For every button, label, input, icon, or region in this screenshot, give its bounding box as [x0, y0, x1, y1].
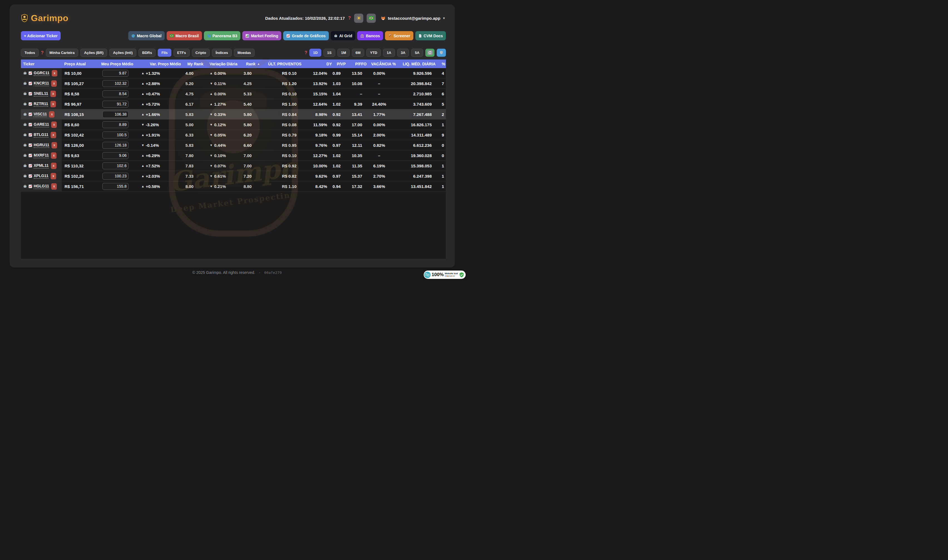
chart-icon[interactable] — [28, 174, 32, 178]
tab-etfs[interactable]: ETFs — [174, 49, 190, 57]
remove-ticker-button[interactable]: x — [51, 142, 57, 148]
period-1s[interactable]: 1S — [323, 49, 335, 57]
ticker-link[interactable]: HGRU11 — [34, 143, 49, 148]
ticker-link[interactable]: RZTR11 — [34, 102, 48, 107]
toolbar-button-macro-global[interactable]: Macro Global — [128, 31, 165, 40]
shield-button[interactable] — [437, 49, 446, 57]
column-header--lt-proventos[interactable]: ÚLT. PROVENTOS — [266, 60, 304, 68]
robot-icon[interactable] — [23, 123, 27, 126]
column-header-my-rank[interactable]: My Rank — [183, 60, 207, 68]
account-menu[interactable]: testaccount@garimpo.app ▼ — [381, 16, 445, 21]
tab-fiis[interactable]: FIIs — [158, 49, 171, 57]
column-header-%-e[interactable]: % E — [439, 60, 446, 68]
column-header-pre-o-atual[interactable]: Preço Atual — [62, 60, 94, 68]
avg-price-input[interactable] — [102, 173, 129, 180]
column-header-rank[interactable]: Rank▲ — [240, 60, 266, 68]
refresh-button[interactable] — [425, 49, 434, 57]
ticker-link[interactable]: XPLG11 — [34, 174, 48, 179]
robot-icon[interactable] — [23, 102, 27, 106]
tab-cripto[interactable]: Cripto — [192, 49, 210, 57]
toolbar-button-market-feeling[interactable]: Market Feeling — [242, 31, 281, 40]
remove-ticker-button[interactable]: x — [51, 122, 57, 128]
column-header-var-pre-o-m-dio[interactable]: Var. Preço Médio — [143, 60, 183, 68]
tab--ndices[interactable]: Índices — [212, 49, 232, 57]
avg-price-input[interactable] — [102, 101, 129, 108]
ticker-link[interactable]: XPML11 — [34, 163, 49, 169]
toolbar-button-ai-grid[interactable]: AI Grid — [331, 31, 356, 40]
chart-icon[interactable] — [28, 92, 32, 95]
toolbar-button-screener[interactable]: Screener — [385, 31, 413, 40]
robot-icon[interactable] — [23, 174, 27, 178]
tab-a-es-br-[interactable]: Ações (BR) — [80, 49, 107, 57]
robot-icon[interactable] — [23, 112, 27, 116]
period-1d[interactable]: 1D — [309, 49, 321, 57]
chart-icon[interactable] — [28, 185, 32, 188]
column-header-p-ffo[interactable]: P/FFO — [349, 60, 367, 68]
robot-icon[interactable] — [23, 164, 27, 168]
remove-ticker-button[interactable]: x — [50, 101, 56, 107]
period-1a[interactable]: 1A — [383, 49, 395, 57]
avg-price-input[interactable] — [102, 162, 129, 169]
ticker-link[interactable]: GARE11 — [34, 122, 49, 127]
period-3a[interactable]: 3A — [397, 49, 409, 57]
tabs-help-icon[interactable]: ? — [41, 50, 44, 55]
avg-price-input[interactable] — [102, 80, 129, 87]
toolbar-button-panorama-b3[interactable]: Panorama B3 — [204, 31, 240, 40]
robot-icon[interactable] — [23, 71, 27, 75]
avg-price-input[interactable] — [102, 121, 129, 128]
tab-todos[interactable]: Todos — [21, 49, 38, 57]
column-header-ticker[interactable]: Ticker — [21, 60, 62, 68]
column-header-dy[interactable]: DY — [304, 60, 334, 68]
period-1m[interactable]: 1M — [337, 49, 350, 57]
periods-help-icon[interactable]: ? — [305, 50, 307, 55]
chart-icon[interactable] — [28, 123, 32, 126]
ticker-link[interactable]: VISC11 — [34, 112, 47, 117]
column-header-liq-m-d-di-ria[interactable]: LIQ. MÉD. DIÁRIA — [400, 60, 439, 68]
period-6m[interactable]: 6M — [352, 49, 364, 57]
tab-moedas[interactable]: Moedas — [234, 49, 254, 57]
column-header-vac-ncia-%[interactable]: VACÂNCIA % — [367, 60, 400, 68]
chart-icon[interactable] — [28, 133, 32, 137]
internet-nl-badge[interactable]: 100% Website test Internet.nl — [424, 271, 466, 279]
toolbar-button-grade-de-gr-ficos[interactable]: Grade de Gráficos — [283, 31, 329, 40]
remove-ticker-button[interactable]: x — [52, 70, 57, 77]
robot-icon[interactable] — [23, 133, 27, 137]
avg-price-input[interactable] — [102, 111, 129, 118]
theme-toggle-button[interactable] — [354, 14, 363, 23]
avg-price-input[interactable] — [102, 90, 129, 97]
ticker-link[interactable]: BTLG11 — [34, 132, 48, 138]
remove-ticker-button[interactable]: x — [50, 91, 56, 97]
chart-icon[interactable] — [28, 112, 32, 116]
chart-icon[interactable] — [28, 164, 32, 168]
ticker-link[interactable]: MXRF11 — [34, 153, 49, 158]
chart-icon[interactable] — [28, 154, 32, 157]
remove-ticker-button[interactable]: x — [51, 80, 57, 87]
tab-minha-carteira[interactable]: Minha Carteira — [46, 49, 78, 57]
remove-ticker-button[interactable]: x — [49, 111, 54, 118]
tab-a-es-intl-[interactable]: Ações (Intl) — [109, 49, 136, 57]
chart-icon[interactable] — [28, 102, 32, 106]
chart-icon[interactable] — [28, 82, 32, 85]
robot-icon[interactable] — [23, 154, 27, 157]
column-header-p-vp[interactable]: P/VP — [334, 60, 349, 68]
updated-help-icon[interactable]: ? — [348, 15, 351, 21]
period-5a[interactable]: 5A — [411, 49, 423, 57]
language-toggle-button[interactable] — [366, 14, 376, 23]
robot-icon[interactable] — [23, 92, 27, 95]
tab-bdrs[interactable]: BDRs — [139, 49, 155, 57]
ticker-link[interactable]: SNEL11 — [34, 91, 48, 97]
toolbar-button-cvm-docs[interactable]: CVM Docs — [415, 31, 446, 40]
toolbar-button-macro-brasil[interactable]: Macro Brasil — [167, 31, 202, 40]
remove-ticker-button[interactable]: x — [51, 132, 56, 138]
ticker-link[interactable]: KNCR11 — [34, 81, 49, 86]
avg-price-input[interactable] — [102, 70, 129, 77]
avg-price-input[interactable] — [102, 152, 129, 159]
avg-price-input[interactable] — [102, 132, 129, 138]
remove-ticker-button[interactable]: x — [51, 173, 56, 179]
robot-icon[interactable] — [23, 185, 27, 188]
add-ticker-button[interactable]: + Adicionar Ticker — [21, 31, 61, 40]
column-header-varia-o-di-ria[interactable]: Variação Diária — [207, 60, 240, 68]
column-header-meu-pre-o-m-dio[interactable]: Meu Preço Médio — [94, 60, 143, 68]
remove-ticker-button[interactable]: x — [51, 163, 57, 169]
avg-price-input[interactable] — [102, 142, 129, 149]
